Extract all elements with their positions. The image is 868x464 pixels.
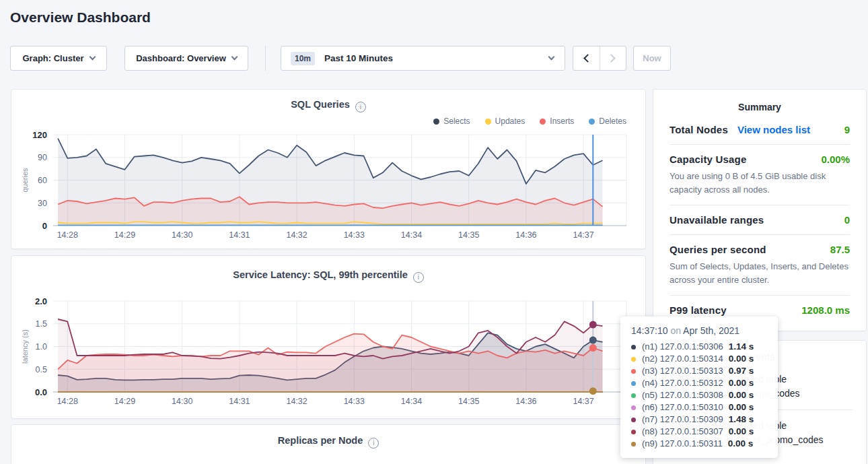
svg-text:14:31: 14:31 xyxy=(229,230,250,240)
svg-text:14:37: 14:37 xyxy=(573,397,593,406)
service-latency-plot[interactable]: 0.00.51.01.52.014:2814:2914:3014:3114:32… xyxy=(11,256,647,420)
svg-text:1.0: 1.0 xyxy=(36,342,47,352)
chart-hover-tooltip: 14:37:10 on Apr 5th, 2021 (n1) 127.0.0.1… xyxy=(620,317,778,458)
node-address: (n7) 127.0.0.1:50309 xyxy=(642,413,723,426)
node-color-dot xyxy=(631,430,636,434)
node-latency-value: 1.48 s xyxy=(729,413,754,426)
node-address: (n4) 127.0.0.1:50312 xyxy=(642,377,723,389)
now-button[interactable]: Now xyxy=(633,46,671,71)
summary-row: Capacity Usage0.00%You are using 0 B of … xyxy=(670,145,850,205)
svg-text:14:28: 14:28 xyxy=(57,397,78,406)
dashboard-dropdown[interactable]: Dashboard: Overview xyxy=(124,46,248,71)
svg-text:0.0: 0.0 xyxy=(35,387,47,397)
svg-text:14:29: 14:29 xyxy=(114,397,135,406)
summary-value: 87.5 xyxy=(830,244,850,255)
svg-text:14:36: 14:36 xyxy=(515,230,536,240)
summary-rows: Total NodesView nodes list9Capacity Usag… xyxy=(653,115,866,325)
time-prev-button[interactable] xyxy=(573,46,600,70)
svg-text:14:32: 14:32 xyxy=(286,230,307,240)
dashboard-label: Dashboard: Overview xyxy=(136,53,226,63)
svg-text:2.0: 2.0 xyxy=(35,296,47,306)
tooltip-timestamp: 14:37:10 on Apr 5th, 2021 xyxy=(631,325,768,336)
info-icon[interactable]: i xyxy=(368,438,379,449)
node-address: (n9) 127.0.0.1:50311 xyxy=(642,438,723,450)
chevron-down-icon xyxy=(548,54,555,61)
node-color-dot xyxy=(631,369,636,374)
sql-queries-panel: SQL Queriesi SelectsUpdatesInsertsDelete… xyxy=(11,89,646,249)
node-latency-value: 0.97 s xyxy=(729,365,754,377)
svg-text:14:30: 14:30 xyxy=(172,230,192,240)
time-range-selector[interactable]: 10m Past 10 Minutes xyxy=(281,46,565,71)
graph-scope-dropdown[interactable]: Graph: Cluster xyxy=(10,46,107,71)
chevron-down-icon xyxy=(89,54,96,61)
node-color-dot xyxy=(631,442,636,446)
summary-row: Queries per second87.5Sum of Selects, Up… xyxy=(670,235,850,296)
summary-value: 9 xyxy=(844,124,850,135)
tooltip-row: (n3) 127.0.0.1:503130.97 s xyxy=(631,365,768,377)
tooltip-row: (n7) 127.0.0.1:503091.48 s xyxy=(631,413,768,426)
chart-title-text: Replicas per Node xyxy=(278,435,363,446)
chevron-right-icon xyxy=(607,54,616,63)
node-latency-value: 0.00 s xyxy=(729,401,754,413)
time-next-button[interactable] xyxy=(600,46,626,70)
time-range-badge: 10m xyxy=(291,52,315,65)
node-color-dot xyxy=(631,393,636,398)
summary-description: Sum of Selects, Updates, Inserts, and De… xyxy=(670,260,850,286)
tooltip-row: (n8) 127.0.0.1:503070.00 s xyxy=(631,426,768,438)
tooltip-row: (n9) 127.0.0.1:503110.00 s xyxy=(631,438,768,450)
node-latency-value: 0.00 s xyxy=(728,438,754,450)
svg-text:14:29: 14:29 xyxy=(114,230,135,240)
svg-text:1.5: 1.5 xyxy=(36,319,47,329)
svg-text:0: 0 xyxy=(42,221,47,231)
summary-label: Total Nodes xyxy=(670,124,728,135)
time-range-label: Past 10 Minutes xyxy=(324,53,393,63)
sql-queries-plot[interactable]: 030609012014:2814:2914:3014:3114:3214:33… xyxy=(11,90,647,250)
summary-title: Summary xyxy=(653,90,866,115)
tooltip-on: on xyxy=(670,325,681,336)
view-nodes-list-link[interactable]: View nodes list xyxy=(737,124,810,135)
svg-text:60: 60 xyxy=(38,176,47,185)
summary-row: Total NodesView nodes list9 xyxy=(670,115,850,145)
summary-label: Queries per second xyxy=(670,244,766,255)
page-title: Overview Dashboard xyxy=(10,9,151,26)
summary-value: 0 xyxy=(844,214,850,226)
node-color-dot xyxy=(631,418,636,422)
svg-text:30: 30 xyxy=(38,199,47,208)
svg-text:14:28: 14:28 xyxy=(57,230,78,240)
node-latency-value: 0.00 s xyxy=(729,377,754,389)
summary-value: 1208.0 ms xyxy=(801,304,850,316)
svg-text:14:34: 14:34 xyxy=(401,397,422,406)
summary-description: You are using 0 B of 4.5 GiB usable disk… xyxy=(670,170,850,196)
node-address: (n3) 127.0.0.1:50313 xyxy=(642,365,723,377)
node-color-dot xyxy=(631,357,636,362)
node-color-dot xyxy=(631,405,636,410)
node-latency-value: 1.14 s xyxy=(729,341,754,353)
node-address: (n1) 127.0.0.1:50306 xyxy=(642,341,723,353)
node-address: (n8) 127.0.0.1:50307 xyxy=(642,426,723,438)
tooltip-row: (n6) 127.0.0.1:503100.00 s xyxy=(631,401,768,413)
tooltip-row: (n2) 127.0.0.1:503140.00 s xyxy=(631,353,768,365)
summary-row: Unavailable ranges0 xyxy=(670,205,850,235)
time-step-buttons xyxy=(573,46,626,71)
service-latency-panel: Service Latency: SQL, 99th percentilei 0… xyxy=(11,255,646,419)
svg-text:14:30: 14:30 xyxy=(172,397,192,406)
svg-text:14:34: 14:34 xyxy=(401,230,422,240)
replicas-per-node-panel: Replicas per Nodei xyxy=(11,424,646,464)
summary-value: 0.00% xyxy=(821,154,850,165)
node-color-dot xyxy=(631,381,636,386)
chart-title: Replicas per Nodei xyxy=(11,435,645,449)
graph-scope-label: Graph: Cluster xyxy=(22,53,83,63)
node-address: (n2) 127.0.0.1:50314 xyxy=(642,353,723,365)
svg-text:14:36: 14:36 xyxy=(515,397,536,406)
chevron-down-icon xyxy=(231,54,238,61)
svg-text:0.5: 0.5 xyxy=(36,365,47,374)
overview-dashboard-page: Overview Dashboard Graph: Cluster Dashbo… xyxy=(0,0,868,464)
svg-text:latency (s): latency (s) xyxy=(21,329,29,364)
summary-panel: Summary Total NodesView nodes list9Capac… xyxy=(653,89,867,331)
svg-text:120: 120 xyxy=(32,130,47,140)
node-address: (n5) 127.0.0.1:50308 xyxy=(642,389,723,401)
node-latency-value: 0.00 s xyxy=(729,426,754,438)
svg-text:14:31: 14:31 xyxy=(229,397,250,406)
vertical-divider xyxy=(265,46,266,71)
chevron-left-icon xyxy=(583,54,592,63)
